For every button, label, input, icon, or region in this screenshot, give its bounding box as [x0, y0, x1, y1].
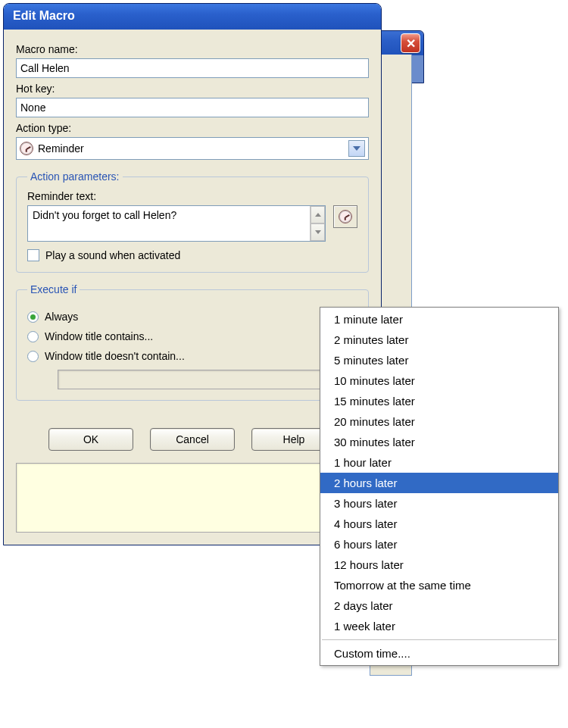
close-icon: ✕ [406, 36, 416, 51]
time-menu-item[interactable]: 12 hours later [320, 555, 558, 575]
time-menu-item[interactable]: Tomorrow at the same time [320, 575, 558, 595]
execute-if-group: Execute if Always Window title contains.… [16, 283, 369, 401]
macro-name-label: Macro name: [16, 43, 369, 55]
cancel-button[interactable]: Cancel [150, 428, 235, 451]
time-menu-item[interactable]: 3 hours later [320, 493, 558, 514]
time-menu-item[interactable]: 5 minutes later [320, 350, 558, 370]
hotkey-input[interactable] [16, 98, 369, 117]
action-parameters-legend: Action parameters: [27, 170, 123, 183]
action-parameters-group: Action parameters: Reminder text: Play a… [16, 170, 369, 273]
title-match-input [58, 370, 357, 389]
menu-separator [322, 639, 557, 640]
action-type-value: Reminder [38, 142, 344, 155]
action-type-combo[interactable]: Reminder [16, 137, 369, 160]
reminder-time-button[interactable] [333, 205, 357, 228]
radio-title-not-contains-label: Window title doesn't contain... [45, 350, 185, 362]
close-button[interactable]: ✕ [401, 33, 420, 53]
time-menu-item[interactable]: 10 minutes later [320, 370, 558, 391]
spin-down-button[interactable] [311, 223, 325, 241]
play-sound-label: Play a sound when activated [45, 249, 180, 261]
play-sound-checkbox[interactable] [27, 249, 39, 261]
clock-icon [339, 210, 352, 223]
time-menu-item[interactable]: 1 minute later [320, 309, 558, 330]
chevron-down-icon [315, 230, 321, 234]
reminder-icon [20, 142, 33, 155]
time-menu-item[interactable]: 2 hours later [320, 473, 558, 493]
time-menu-item[interactable]: 1 week later [320, 616, 558, 636]
reminder-text-input[interactable] [28, 206, 310, 241]
chevron-down-icon [353, 146, 360, 151]
radio-title-not-contains[interactable] [27, 351, 39, 362]
execute-if-legend: Execute if [27, 283, 80, 295]
time-menu-item[interactable]: 6 hours later [320, 534, 558, 555]
radio-always-row[interactable]: Always [27, 311, 357, 323]
time-menu-item[interactable]: 2 days later [320, 595, 558, 616]
time-menu-item[interactable]: 20 minutes later [320, 411, 558, 432]
dialog-button-row: OK Cancel Help [16, 428, 369, 451]
combo-dropdown-button[interactable] [348, 140, 365, 157]
hotkey-label: Hot key: [16, 83, 369, 95]
time-popup-menu: 1 minute later2 minutes later5 minutes l… [320, 307, 559, 666]
time-menu-item[interactable]: 1 hour later [320, 452, 558, 473]
radio-always-label: Always [45, 311, 78, 323]
preview-pane [16, 463, 369, 533]
reminder-text-spinner [310, 206, 325, 241]
action-type-label: Action type: [16, 122, 369, 134]
time-menu-item[interactable]: 4 hours later [320, 514, 558, 534]
time-menu-item[interactable]: 2 minutes later [320, 330, 558, 350]
radio-title-not-contains-row[interactable]: Window title doesn't contain... [27, 350, 357, 362]
time-menu-item[interactable]: 15 minutes later [320, 391, 558, 411]
radio-title-contains-row[interactable]: Window title contains... [27, 330, 357, 342]
reminder-text-label: Reminder text: [27, 190, 357, 202]
radio-title-contains-label: Window title contains... [45, 330, 153, 342]
ok-button[interactable]: OK [48, 428, 133, 451]
macro-name-input[interactable] [16, 58, 369, 78]
radio-title-contains[interactable] [27, 331, 39, 342]
spin-up-button[interactable] [311, 206, 325, 223]
chevron-up-icon [315, 213, 321, 217]
reminder-text-wrap [27, 205, 326, 242]
dialog-title: Edit Macro [4, 4, 381, 30]
time-menu-item[interactable]: 30 minutes later [320, 432, 558, 452]
time-menu-custom[interactable]: Custom time.... [320, 643, 558, 664]
play-sound-row[interactable]: Play a sound when activated [27, 249, 357, 261]
radio-always[interactable] [27, 311, 39, 323]
